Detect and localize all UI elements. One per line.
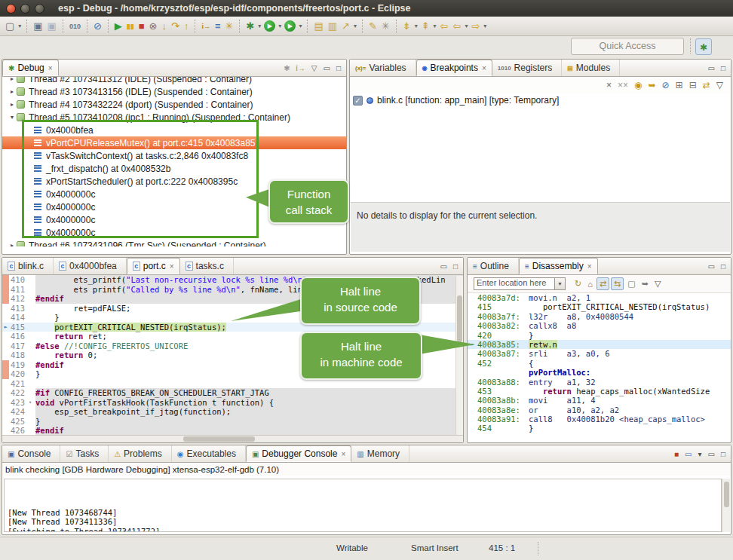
toolbar-icon[interactable]: ▾ [277,20,283,33]
editor-tab[interactable]: c blink.c [2,258,54,274]
debug-tree-row[interactable]: _frxt_dispatch() at 0x4008532b [2,162,346,175]
disassembly-row[interactable]: 40083a91: call8 0x40081b20 <heap_caps_ma… [468,415,731,424]
tab[interactable]: ☑ Tasks [60,445,109,462]
breakpoint-checkbox[interactable] [353,96,363,106]
toolbar-icon[interactable]: ✳ [223,20,236,33]
console-corner-icon[interactable]: ■ [671,450,682,458]
toolbar-icon[interactable]: ⇦ [450,20,463,33]
toolbar-icon[interactable]: ✱ [244,20,256,33]
console-corner-icon[interactable]: ▾ [695,450,704,458]
toolbar-icon[interactable]: ▾ [17,20,23,33]
fold-marker-icon[interactable] [29,426,35,436]
toolbar-icon[interactable]: ✎ [366,20,379,33]
toolbar-icon[interactable]: ↷ [169,20,182,33]
disassembly-row[interactable]: 40083a87: srli a3, a0, 6 [468,349,731,358]
toolbar-icon[interactable]: ▾ [297,20,303,33]
toolbar-icon[interactable]: i→ [199,20,213,33]
corner-icon[interactable]: □ [450,262,461,271]
disassembly-toolbar-icon[interactable]: ⇆ [611,277,624,290]
toolbar-icon[interactable]: ▶ [112,20,124,33]
disassembly-toolbar-icon[interactable]: ↻ [572,278,584,289]
console-scrollbar[interactable] [722,479,730,532]
console-corner-icon[interactable]: ▭ [705,450,718,458]
window-close-button[interactable] [6,4,16,14]
tab[interactable]: ▣ Debugger Console × [246,445,351,462]
toolbar-icon[interactable]: ▥ [326,20,339,33]
breakpoint-row[interactable]: blink.c [function: app_main] [type: Temp… [350,93,731,107]
fold-marker-icon[interactable] [29,275,35,285]
tab[interactable]: ▣ Console [2,445,60,462]
scrollbar-thumb[interactable] [183,436,255,442]
close-icon[interactable]: × [587,262,592,271]
expand-arrow-icon[interactable]: ▸ [8,101,16,108]
fold-marker-icon[interactable] [29,294,35,304]
toolbar-icon[interactable]: ▾ [463,20,469,33]
console-output[interactable]: [New Thread 1073468744][New Thread 10734… [4,479,722,532]
breakpoints-toolbar-icon[interactable]: ⊞ [673,80,686,90]
debug-tree-row[interactable]: vPortCPUReleaseMutex() at port.c:415 0x4… [2,136,346,149]
expand-arrow-icon[interactable]: ▾ [8,114,16,121]
editor-vertical-scrollbar[interactable] [455,276,463,435]
tab[interactable]: ▥ Memory [351,445,409,462]
toolbar-icon[interactable]: ↑ [182,20,192,33]
disassembly-row[interactable]: 452 { [468,359,731,368]
fold-marker-icon[interactable] [29,350,35,360]
disassembly-row[interactable]: 40083a8b: movi a11, 4 [468,396,731,405]
tab-debug[interactable]: ✱ Debug × [2,60,59,76]
corner-icon[interactable]: □ [718,64,728,72]
toolbar-icon[interactable]: ▢ [3,20,17,33]
disassembly-row[interactable]: 453 return heap_caps_malloc(xWantedSize [468,387,731,396]
toolbar-icon[interactable]: ≡ [213,20,223,33]
toolbar-icon[interactable]: ▾ [413,20,419,33]
code-line[interactable]: 426 #endif [2,426,463,436]
code-line[interactable]: 422 #if CONFIG_FREERTOS_BREAK_ON_SCHEDUL… [2,388,463,398]
perspective-icon[interactable]: ✱ [695,38,712,55]
corner-icon[interactable]: ✱ [281,64,293,72]
toolbar-icon[interactable]: ⇞ [419,20,432,33]
fold-marker-icon[interactable] [29,323,35,332]
corner-icon[interactable]: □ [718,262,728,271]
fold-marker-icon[interactable] [29,360,35,370]
location-input[interactable]: Enter location here [474,277,555,290]
tab[interactable]: (x)= Variables [350,60,416,76]
breakpoints-toolbar-icon[interactable]: ⊘ [659,80,673,90]
corner-icon[interactable]: ▽ [308,64,320,72]
corner-icon[interactable]: ▭ [705,64,718,72]
debug-tree-row[interactable]: 0x4000000c [2,226,346,239]
tab[interactable]: ◉ Breakpoints × [416,60,492,76]
disassembly-row[interactable]: 40083a82: callx8 a8 [468,321,731,330]
toolbar-icon[interactable]: ▣ [45,20,59,33]
tab[interactable]: ⚠ Problems [109,445,172,462]
code-line[interactable]: 425 } [2,417,463,427]
disassembly-row[interactable]: pvPortMalloc: [468,368,731,377]
quick-access-box[interactable]: Quick Access [571,38,684,55]
disassembly-row[interactable]: 40083a8e: or a10, a2, a2 [468,405,731,415]
toolbar-icon[interactable]: ▮▮ [124,20,136,33]
toolbar-icon[interactable]: ⊗ [147,20,160,33]
disassembly-toolbar-icon[interactable]: ⌂ [585,279,595,289]
code-line[interactable]: 424 esp_set_breakpoint_if_jtag(function)… [2,407,463,417]
fold-marker-icon[interactable] [29,407,35,417]
editor-tab[interactable]: c port.c × [127,258,180,274]
breakpoints-toolbar-icon[interactable]: ×× [615,80,631,90]
close-icon[interactable]: × [482,64,486,72]
fold-marker-icon[interactable]: ▾ [29,398,35,408]
close-icon[interactable]: × [48,64,53,72]
breakpoints-toolbar-icon[interactable]: ◉ [631,80,645,90]
toolbar-icon[interactable]: ⇟ [400,20,413,33]
debug-tree-row[interactable]: ▸ Thread #4 1073432224 (dport) (Suspende… [2,98,346,111]
tab[interactable]: ≡ Disassembly × [519,258,598,274]
disassembly-toolbar-icon[interactable]: ⇄ [597,277,609,290]
debug-tree-row[interactable]: ▸ Thread #6 1073431096 (Tmr Svc) (Suspen… [2,239,346,246]
editor-tab[interactable]: c 0x4000bfea [54,258,127,274]
editor-horizontal-scrollbar[interactable] [2,435,463,442]
disassembly-toolbar-icon[interactable]: ▽ [652,278,663,289]
expand-arrow-icon[interactable]: ▸ [8,242,16,246]
debug-tree-row[interactable]: 0x4000bfea [2,124,346,136]
fold-marker-icon[interactable] [29,388,35,398]
disassembly-row[interactable]: 40083a7d: movi.n a2, 1 [468,293,731,302]
breakpoints-toolbar-icon[interactable]: ⇄ [700,80,713,90]
tab[interactable]: ▤ Modules [562,60,620,76]
disassembly-row[interactable]: 420 } [468,331,731,340]
corner-icon[interactable]: ▭ [320,64,333,72]
